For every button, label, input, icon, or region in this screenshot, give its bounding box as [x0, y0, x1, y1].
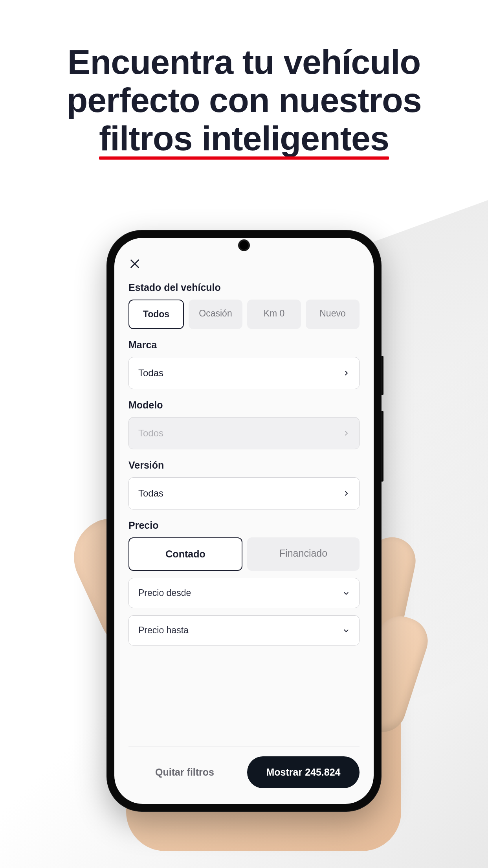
chevron-down-icon: [343, 627, 350, 634]
state-chip-row: Todos Ocasión Km 0 Nuevo: [128, 300, 360, 329]
phone-mockup: Estado del vehículo Todos Ocasión Km 0 N…: [106, 230, 382, 812]
show-results-button[interactable]: Mostrar 245.824: [247, 756, 360, 788]
price-to-select[interactable]: Precio hasta: [128, 615, 360, 645]
close-icon: [129, 258, 140, 269]
price-from-placeholder: Precio desde: [138, 588, 191, 598]
chevron-right-icon: [343, 490, 350, 497]
brand-label: Marca: [128, 339, 360, 351]
headline-line2: perfecto con nuestros: [0, 81, 488, 120]
result-count: 245.824: [305, 767, 340, 778]
model-label: Modelo: [128, 399, 360, 411]
brand-value: Todas: [138, 368, 163, 379]
state-chip-todos[interactable]: Todos: [128, 300, 184, 329]
brand-select[interactable]: Todas: [128, 357, 360, 389]
state-chip-nuevo[interactable]: Nuevo: [306, 300, 360, 329]
version-label: Versión: [128, 460, 360, 471]
price-label: Precio: [128, 520, 360, 531]
price-from-select[interactable]: Precio desde: [128, 578, 360, 608]
show-prefix: Mostrar: [266, 767, 305, 778]
chevron-right-icon: [343, 430, 350, 437]
chevron-down-icon: [343, 590, 350, 597]
phone-camera-notch: [240, 241, 248, 250]
price-tab-contado[interactable]: Contado: [128, 537, 242, 571]
state-chip-km0[interactable]: Km 0: [247, 300, 301, 329]
headline-line3: filtros inteligentes: [99, 120, 389, 158]
footer-bar: Quitar filtros Mostrar 245.824: [128, 747, 360, 804]
state-label: Estado del vehículo: [128, 282, 360, 293]
state-chip-ocasion[interactable]: Ocasión: [189, 300, 242, 329]
close-button[interactable]: [128, 257, 141, 270]
version-value: Todas: [138, 488, 163, 499]
price-to-placeholder: Precio hasta: [138, 625, 189, 636]
clear-filters-button[interactable]: Quitar filtros: [128, 756, 241, 788]
headline-line1: Encuentra tu vehículo: [0, 43, 488, 81]
chevron-right-icon: [343, 370, 350, 377]
model-select: Todos: [128, 417, 360, 449]
version-select[interactable]: Todas: [128, 477, 360, 509]
model-value: Todos: [138, 428, 163, 439]
marketing-headline: Encuentra tu vehículo perfecto con nuest…: [0, 0, 488, 157]
price-tab-financiado[interactable]: Financiado: [247, 537, 360, 571]
